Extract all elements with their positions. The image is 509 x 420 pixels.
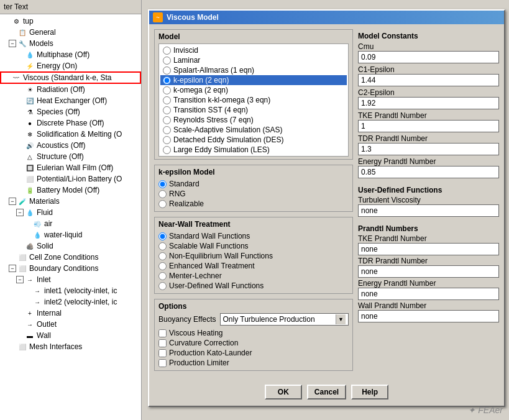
radio-kepsilon[interactable] xyxy=(163,76,171,84)
nearwall-option-standard_wf[interactable]: Standard Wall Functions xyxy=(158,231,349,241)
radio-nearwall-noneq_wf[interactable] xyxy=(158,252,167,260)
tree-item-radiation[interactable]: ☀Radiation (Off) xyxy=(0,84,141,95)
tree-item-general[interactable]: 📋General xyxy=(0,27,141,38)
tree-item-materials[interactable]: −🧪Materials xyxy=(0,196,141,207)
tree-item-energy[interactable]: ⚡Energy (On) xyxy=(0,60,141,71)
model-option-label-laminar: Laminar xyxy=(173,56,200,65)
nearwall-option-scalable_wf[interactable]: Scalable Wall Functions xyxy=(158,241,349,251)
model-option-transition_kk[interactable]: Transition k-kl-omega (3 eqn) xyxy=(160,95,347,105)
tree-item-battery[interactable]: 🔋Battery Model (Off) xyxy=(0,185,141,196)
tree-item-outlet[interactable]: →Outlet xyxy=(0,319,141,330)
nearwall-option-menter[interactable]: Menter-Lechner xyxy=(158,271,349,281)
checkbox-item-production_kato[interactable]: Production Kato-Launder xyxy=(158,348,349,358)
checkbox-production_limiter[interactable] xyxy=(158,359,167,367)
radio-nearwall-enhanced_wt[interactable] xyxy=(158,262,167,270)
tree-item-species[interactable]: ⚗Species (Off) xyxy=(0,106,141,117)
radio-transition_kk[interactable] xyxy=(163,96,171,104)
checkbox-viscous_heating[interactable] xyxy=(158,329,167,337)
radio-laminar[interactable] xyxy=(163,57,171,65)
tree-item-solidification[interactable]: ❄Solidification & Melting (O xyxy=(0,129,141,140)
tree-item-multiphase[interactable]: 💧Multiphase (Off) xyxy=(0,49,141,60)
expand-icon-inlet[interactable]: − xyxy=(16,276,24,283)
tree-item-cellzone[interactable]: ⬜Cell Zone Conditions xyxy=(0,252,141,263)
checkbox-item-production_limiter[interactable]: Production Limiter xyxy=(158,358,349,368)
buoyancy-dropdown-arrow[interactable]: ▼ xyxy=(336,314,346,324)
tree-item-discretephase[interactable]: ●Discrete Phase (Off) xyxy=(0,117,141,129)
radio-komega[interactable] xyxy=(163,86,171,94)
radio-nearwall-scalable_wf[interactable] xyxy=(158,242,167,250)
nearwall-option-noneq_wf[interactable]: Non-Equilibrium Wall Functions xyxy=(158,251,349,261)
model-option-komega[interactable]: k-omega (2 eqn) xyxy=(160,85,347,95)
radio-les[interactable] xyxy=(163,146,171,154)
prandtl-input-udf_energy_prandtl[interactable] xyxy=(358,288,499,300)
nearwall-option-enhanced_wt[interactable]: Enhanced Wall Treatment xyxy=(158,261,349,271)
radio-kepsilon-rng[interactable] xyxy=(158,190,167,198)
radio-reynolds[interactable] xyxy=(163,116,171,124)
field-input-c2epsilon[interactable] xyxy=(358,97,499,109)
field-input-c1epsilon[interactable] xyxy=(358,74,499,86)
checkbox-curvature_correction[interactable] xyxy=(158,339,167,347)
radio-spalart[interactable] xyxy=(163,66,171,75)
model-option-laminar[interactable]: Laminar xyxy=(160,55,347,65)
expand-icon-boundary[interactable]: − xyxy=(9,265,16,272)
model-option-sas[interactable]: Scale-Adaptive Simulation (SAS) xyxy=(160,125,347,135)
model-option-reynolds[interactable]: Reynolds Stress (7 eqn) xyxy=(160,115,347,125)
tree-item-eulerianwall[interactable]: 🔲Eulerian Wall Film (Off) xyxy=(0,162,141,173)
radio-nearwall-standard_wf[interactable] xyxy=(158,232,167,240)
tree-item-internal[interactable]: +Internal xyxy=(0,308,141,319)
radio-des[interactable] xyxy=(163,136,171,144)
checkbox-production_kato[interactable] xyxy=(158,349,167,357)
tree-item-setup[interactable]: ⚙tup xyxy=(0,16,141,27)
tree-item-viscous[interactable]: 〰Viscous (Standard k-e, Sta xyxy=(0,71,141,84)
prandtl-input-udf_wall_prandtl[interactable] xyxy=(358,310,499,322)
field-input-energy_prandtl[interactable] xyxy=(358,166,499,178)
kepsilon-option-realizable[interactable]: Realizable xyxy=(158,199,349,209)
radio-sas[interactable] xyxy=(163,126,171,134)
prandtl-input-udf_tdr_prandtl[interactable] xyxy=(358,265,499,278)
model-option-kepsilon[interactable]: k-epsilon (2 eqn) xyxy=(160,75,347,85)
field-input-tdr_prandtl[interactable] xyxy=(358,143,499,155)
tree-item-inlet[interactable]: −→Inlet xyxy=(0,274,141,285)
tree-item-potential[interactable]: ⬜Potential/Li-ion Battery (O xyxy=(0,173,141,185)
expand-icon-models[interactable]: − xyxy=(9,40,16,47)
radio-nearwall-user_wf[interactable] xyxy=(158,282,167,290)
field-input-cmu[interactable] xyxy=(358,51,499,63)
tree-item-solid[interactable]: 🪨Solid xyxy=(0,240,141,252)
ok-button[interactable]: OK xyxy=(265,385,302,399)
model-option-transition_sst[interactable]: Transition SST (4 eqn) xyxy=(160,105,347,115)
tree-item-boundary[interactable]: −⬜Boundary Conditions xyxy=(0,263,141,274)
tree-item-fluid[interactable]: −💧Fluid xyxy=(0,207,141,218)
kepsilon-option-rng[interactable]: RNG xyxy=(158,189,349,199)
tree-item-waterliquid[interactable]: 💧water-liquid xyxy=(0,229,141,240)
cancel-button[interactable]: Cancel xyxy=(307,385,346,399)
tree-item-acoustics[interactable]: 🔊Acoustics (Off) xyxy=(0,140,141,151)
kepsilon-option-standard[interactable]: Standard xyxy=(158,179,349,189)
tree-item-heatexchanger[interactable]: 🔄Heat Exchanger (Off) xyxy=(0,95,141,106)
buoyancy-dropdown[interactable]: Only Turbulence Production ▼ xyxy=(220,313,349,326)
tree-item-structure[interactable]: △Structure (Off) xyxy=(0,151,141,162)
tree-item-inlet1[interactable]: →inlet1 (velocity-inlet, ic xyxy=(0,285,141,296)
checkbox-item-viscous_heating[interactable]: Viscous Heating xyxy=(158,328,349,338)
model-option-spalart[interactable]: Spalart-Allmaras (1 eqn) xyxy=(160,65,347,75)
radio-inviscid[interactable] xyxy=(163,47,171,55)
radio-transition_sst[interactable] xyxy=(163,106,171,114)
tree-item-inlet2[interactable]: →inlet2 (velocity-inlet, ic xyxy=(0,296,141,308)
tree-item-air[interactable]: 💨air xyxy=(0,218,141,229)
radio-kepsilon-standard[interactable] xyxy=(158,180,167,188)
radio-nearwall-menter[interactable] xyxy=(158,272,167,280)
model-option-inviscid[interactable]: Inviscid xyxy=(160,45,347,55)
tree-item-wall[interactable]: ▬Wall xyxy=(0,330,141,341)
radio-kepsilon-realizable[interactable] xyxy=(158,200,167,208)
nearwall-option-user_wf[interactable]: User-Defined Wall Functions xyxy=(158,281,349,291)
help-button[interactable]: Help xyxy=(351,385,388,399)
model-option-des[interactable]: Detached Eddy Simulation (DES) xyxy=(160,135,347,145)
tree-item-meshinterfaces[interactable]: ⬜Mesh Interfaces xyxy=(0,341,141,352)
prandtl-input-udf_tke_prandtl[interactable] xyxy=(358,243,499,255)
expand-icon-materials[interactable]: − xyxy=(9,198,16,205)
expand-icon-fluid[interactable]: − xyxy=(16,209,24,216)
model-option-les[interactable]: Large Eddy Simulation (LES) xyxy=(160,145,347,155)
tree-item-models[interactable]: −🔧Models xyxy=(0,38,141,49)
checkbox-item-curvature_correction[interactable]: Curvature Correction xyxy=(158,338,349,348)
field-input-tke_prandtl[interactable] xyxy=(358,120,499,132)
udf-input-turb_viscosity[interactable] xyxy=(358,204,499,217)
